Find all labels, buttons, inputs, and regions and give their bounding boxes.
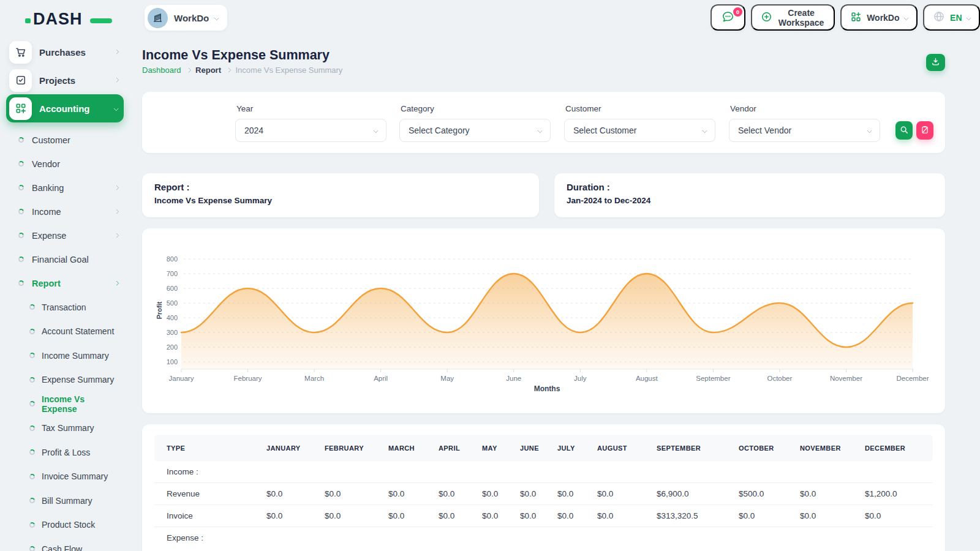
sidebar: DASH PurchasesProjectsAccountingCustomer… — [0, 0, 130, 551]
sidebar-item-label: Projects — [39, 75, 107, 86]
breadcrumb-report-link[interactable]: Report — [195, 66, 221, 75]
chart-x-tick-label: February — [234, 375, 262, 382]
sidebar-item-invoice-summary[interactable]: Invoice Summary — [0, 465, 130, 489]
chart-x-tick-label: April — [374, 375, 388, 382]
year-label: Year — [236, 104, 253, 113]
sidebar-item-projects[interactable]: Projects — [6, 66, 124, 94]
vendor-select[interactable]: Select Vendor — [729, 119, 880, 142]
bullet-icon — [28, 303, 36, 311]
sidebar-item-label: Accounting — [39, 103, 107, 114]
sidebar-item-vendor[interactable]: Vendor — [0, 152, 130, 176]
table-cell-type: Income : — [154, 461, 933, 483]
bullet-icon — [17, 231, 25, 239]
table-header-january: JANUARY — [266, 435, 325, 461]
logo-accent-dot — [25, 18, 31, 23]
chart-y-tick-label: 100 — [167, 358, 178, 365]
bullet-icon — [17, 208, 25, 216]
sidebar-item-tax-summary[interactable]: Tax Summary — [0, 416, 130, 441]
chart-x-tick-label: June — [506, 375, 521, 382]
reset-button[interactable] — [916, 121, 933, 140]
page-title: Income Vs Expense Summary — [142, 48, 330, 63]
table-cell-value: $0.0 — [266, 505, 325, 527]
chevron-right-icon — [113, 50, 118, 54]
chevron-down-icon — [966, 15, 971, 20]
table-cell-value: $0.0 — [557, 505, 597, 527]
table-cell-value: $0.0 — [597, 505, 657, 527]
chart-y-tick-label: 700 — [167, 270, 178, 277]
sidebar-item-purchases[interactable]: Purchases — [6, 38, 124, 66]
chart-x-tick-label: March — [304, 375, 324, 382]
sidebar-item-label: Transaction — [42, 302, 118, 312]
profit-chart-card: 100200300400500600700800JanuaryFebruaryM… — [142, 228, 945, 413]
grid-icon — [9, 97, 32, 120]
sidebar-item-expense[interactable]: Expense — [0, 223, 130, 247]
search-button[interactable] — [895, 121, 913, 140]
duration-card-value: Jan-2024 to Dec-2024 — [567, 195, 933, 207]
sidebar-item-report[interactable]: Report — [0, 271, 130, 295]
sidebar-item-customer[interactable]: Customer — [0, 128, 130, 152]
vendor-label: Vendor — [730, 104, 756, 113]
sidebar-item-product-stock[interactable]: Product Stock — [0, 513, 130, 538]
table-cell-value: $0.0 — [800, 483, 865, 505]
logo-accent-bar — [90, 18, 112, 23]
search-icon — [900, 126, 908, 136]
download-button[interactable] — [926, 54, 945, 71]
sidebar-item-label: Customer — [32, 135, 118, 145]
bullet-icon — [17, 184, 25, 192]
customer-value: Select Customer — [573, 126, 636, 135]
table-cell-value: $0.0 — [865, 505, 933, 527]
bullet-icon — [28, 400, 36, 408]
main-content: Income Vs Expense Summary Dashboard Repo… — [142, 0, 945, 551]
category-select[interactable]: Select Category — [399, 119, 551, 142]
sidebar-item-expense-summary[interactable]: Expense Summary — [0, 368, 130, 392]
breadcrumb-dashboard-link[interactable]: Dashboard — [142, 66, 181, 75]
table-cell-value: $0.0 — [739, 505, 800, 527]
sidebar-item-label: Income Vs Expense — [42, 394, 118, 414]
chevron-down-icon — [702, 128, 707, 133]
income-expense-table: TYPEJANUARYFEBRUARYMARCHAPRILMAYJUNEJULY… — [154, 435, 933, 549]
customer-select[interactable]: Select Customer — [564, 119, 715, 142]
sidebar-item-accounting[interactable]: Accounting — [6, 94, 124, 122]
chart-y-tick-label: 500 — [167, 299, 178, 307]
table-cell-value: $0.0 — [482, 505, 520, 527]
table-header-july: JULY — [557, 435, 597, 461]
sidebar-item-financial-goal[interactable]: Financial Goal — [0, 247, 130, 271]
sidebar-item-bill-summary[interactable]: Bill Summary — [0, 489, 130, 513]
bullet-icon — [28, 424, 36, 432]
breadcrumb: Dashboard Report Income Vs Expense Summa… — [142, 66, 342, 75]
chevron-right-icon — [113, 233, 118, 238]
table-row-expense: Expense : — [154, 527, 933, 549]
chart-y-tick-label: 200 — [167, 343, 178, 351]
table-cell-type: Invoice — [154, 505, 266, 527]
sidebar-item-banking[interactable]: Banking — [0, 176, 130, 200]
sidebar-item-profit-loss[interactable]: Profit & Loss — [0, 440, 130, 465]
report-summary-card: Report : Income Vs Expense Summary — [142, 173, 539, 217]
report-card-value: Income Vs Expense Summary — [154, 195, 527, 207]
bullet-icon — [17, 255, 25, 263]
sidebar-item-account-statement[interactable]: Account Statement — [0, 320, 130, 344]
sidebar-item-income-summary[interactable]: Income Summary — [0, 343, 130, 368]
chart-y-tick-label: 800 — [167, 255, 178, 263]
sidebar-item-transaction[interactable]: Transaction — [0, 295, 130, 320]
brand-logo[interactable]: DASH — [33, 10, 107, 32]
table-header-may: MAY — [482, 435, 520, 461]
sidebar-item-cash-flow[interactable]: Cash Flow — [0, 537, 130, 551]
year-select[interactable]: 2024 — [235, 119, 386, 142]
sidebar-item-label: Income Summary — [42, 351, 118, 361]
duration-card-title: Duration : — [567, 181, 933, 193]
customer-label: Customer — [565, 104, 601, 113]
sidebar-item-label: Profit & Loss — [42, 448, 118, 457]
table-header-march: MARCH — [388, 435, 439, 461]
table-header-december: DECEMBER — [865, 435, 933, 461]
table-header-june: JUNE — [520, 435, 557, 461]
bullet-icon — [28, 473, 36, 481]
chart-x-tick-label: December — [896, 375, 929, 382]
table-cell-value: $0.0 — [800, 505, 865, 527]
sidebar-item-income[interactable]: Income — [0, 200, 130, 223]
chevron-right-icon — [186, 68, 190, 73]
table-header-november: NOVEMBER — [800, 435, 865, 461]
bullet-icon — [17, 279, 25, 287]
sidebar-item-income-vs-expense[interactable]: Income Vs Expense — [0, 392, 130, 416]
chart-x-tick-label: July — [574, 375, 587, 382]
sidebar-item-label: Product Stock — [42, 520, 118, 530]
